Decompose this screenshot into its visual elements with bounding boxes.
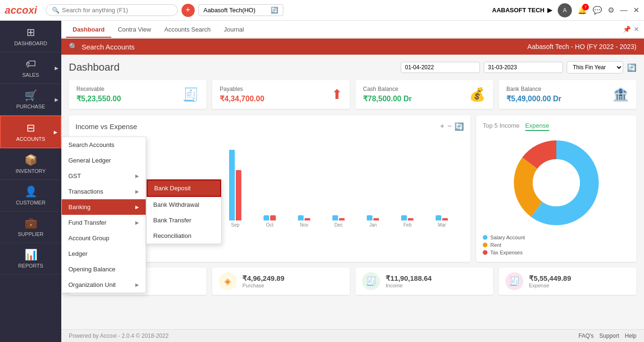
- notification-icon[interactable]: 🔔 7: [578, 6, 587, 15]
- supplier-icon: 💼: [25, 217, 37, 229]
- settings-icon[interactable]: ⚙: [608, 6, 614, 15]
- payables-card: Payables ₹4,34,700.00 ⬆: [212, 80, 350, 109]
- bar-group-aug: [183, 180, 218, 220]
- sidebar-item-purchase[interactable]: 🛒 PURCHASE ▶: [0, 84, 61, 115]
- menu-gst[interactable]: GST ▶: [62, 168, 146, 184]
- donut-legend: Salary Account Rent Tax Expenses: [483, 235, 630, 255]
- avatar[interactable]: A: [558, 3, 572, 17]
- sidebar-item-supplier[interactable]: 💼 SUPPLIER: [0, 212, 61, 243]
- expense-label: Expense: [529, 283, 571, 288]
- fin-year-select[interactable]: This Fin Year: [567, 61, 623, 73]
- date-to-input[interactable]: [484, 62, 563, 73]
- tab-close-icon[interactable]: ✕: [634, 25, 639, 33]
- close-icon[interactable]: ✕: [633, 6, 639, 15]
- powered-by: Powered by Accoxi - 2.0.4 © 2018-2022: [69, 333, 169, 339]
- menu-banking[interactable]: Banking ▶: [62, 199, 146, 215]
- bar-group-sep: [218, 150, 252, 220]
- chart-title-row: Income vs Expense + − 🔄: [75, 122, 464, 131]
- dashboard-content: Dashboard This Fin Year 🔄 Receivable ₹5,…: [61, 55, 644, 329]
- dashboard-refresh-icon[interactable]: 🔄: [627, 63, 636, 72]
- sidebar-item-dashboard[interactable]: ⊞ DASHBOARD: [0, 21, 61, 52]
- bank-balance-amount: ₹5,49,000.00 Dr: [506, 94, 561, 103]
- sidebar-item-customer[interactable]: 👤 CUSTOMER: [0, 180, 61, 212]
- tab-contra-view[interactable]: Contra View: [111, 22, 158, 38]
- donut-svg: [509, 136, 603, 230]
- sidebar-item-sales[interactable]: 🏷 SALES ▶: [0, 52, 61, 84]
- expense-summary: 🧾 ₹5,55,449.89 Expense: [499, 268, 636, 295]
- support-link[interactable]: Support: [599, 333, 619, 339]
- menu-fund-transfer[interactable]: Fund Transfer ▶: [62, 215, 146, 230]
- receivable-label: Receivable: [76, 86, 121, 92]
- cash-balance-amount: ₹78,500.00 Dr: [363, 94, 412, 103]
- receivable-icon: 🧾: [182, 87, 199, 102]
- donut-tab-expense[interactable]: Expense: [525, 122, 549, 131]
- legend-rent: Rent: [483, 242, 630, 248]
- refresh-icon[interactable]: 🔄: [271, 7, 278, 14]
- cash-icon: 💰: [469, 87, 486, 102]
- menu-search-accounts[interactable]: Search Accounts: [62, 137, 146, 153]
- chart-refresh-icon[interactable]: 🔄: [454, 122, 464, 131]
- reports-icon: 📊: [25, 249, 37, 261]
- income-bar-aug: [195, 180, 200, 220]
- footer: Powered by Accoxi - 2.0.4 © 2018-2022 FA…: [61, 329, 644, 342]
- summary-cards: Receivable ₹5,23,550.00 🧾 Payables ₹4,34…: [69, 80, 636, 109]
- menu-org-unit[interactable]: Organization Unit ▶: [62, 277, 146, 293]
- receivable-card: Receivable ₹5,23,550.00 🧾: [69, 80, 206, 109]
- svg-point-3: [533, 159, 580, 206]
- tab-accounts-search[interactable]: Accounts Search: [157, 22, 217, 38]
- bar-group-oct: [252, 215, 287, 220]
- salary-label: Salary Account: [490, 235, 525, 240]
- menu-account-group[interactable]: Account Group: [62, 230, 146, 246]
- donut-tab-income[interactable]: Top 5 Income: [483, 122, 520, 131]
- faq-link[interactable]: FAQ's: [578, 333, 594, 339]
- sidebar-item-accounts[interactable]: ⊟ ACCOUNTS ▶: [0, 115, 61, 148]
- add-button[interactable]: +: [182, 4, 195, 17]
- chart-label-nov: Nov: [287, 222, 322, 228]
- menu-transactions[interactable]: Transactions ▶: [62, 184, 146, 199]
- income-bar-feb: [401, 215, 407, 220]
- date-from-input[interactable]: [401, 62, 480, 73]
- sales-icon: 🏷: [25, 58, 36, 70]
- sidebar-item-reports[interactable]: 📊 REPORTS: [0, 243, 61, 275]
- menu-general-ledger[interactable]: General Ledger: [62, 153, 146, 168]
- minimize-icon[interactable]: —: [620, 6, 627, 15]
- expense-bar-nov: [305, 218, 310, 220]
- chart-add-icon[interactable]: +: [440, 122, 444, 131]
- global-search-bar[interactable]: 🔍: [46, 4, 178, 16]
- menu-ledger-label: Ledger: [68, 250, 87, 257]
- transactions-arrow-icon: ▶: [135, 189, 139, 194]
- dashboard-title-row: Dashboard This Fin Year 🔄: [69, 61, 636, 73]
- sidebar-item-inventory[interactable]: 📦 INVENTORY: [0, 148, 61, 180]
- tab-dashboard[interactable]: Dashboard: [66, 22, 111, 38]
- bar-group-jan: [356, 215, 390, 220]
- chart-minus-icon[interactable]: −: [447, 122, 452, 131]
- search-input[interactable]: [62, 7, 166, 14]
- tab-pin-icon[interactable]: 📌: [623, 25, 631, 33]
- chat-icon[interactable]: 💬: [593, 6, 602, 15]
- menu-opening-balance[interactable]: Opening Balance: [62, 261, 146, 277]
- chart-label-feb: Feb: [390, 222, 425, 228]
- help-link[interactable]: Help: [625, 333, 636, 339]
- purchase-icon: 🛒: [25, 90, 37, 102]
- menu-org-unit-label: Organization Unit: [68, 281, 116, 288]
- tax-dot: [483, 250, 487, 255]
- purchase-summary-icon: ◈: [219, 272, 237, 290]
- menu-ledger[interactable]: Ledger: [62, 246, 146, 261]
- accounts-icon: ⊟: [26, 122, 35, 134]
- header-title: 🔍 Search Accounts: [69, 42, 135, 51]
- org-selector[interactable]: Aabasoft Tech(HO) 🔄: [198, 4, 283, 16]
- sidebar-label-customer: CUSTOMER: [16, 200, 46, 205]
- payables-label: Payables: [220, 86, 264, 92]
- income-bar-jul: [160, 215, 166, 220]
- legend-tax: Tax Expenses: [483, 250, 630, 255]
- bank-balance-card: Bank Balance ₹5,49,000.00 Dr 🏦: [499, 80, 636, 109]
- expense-bar-dec: [339, 218, 345, 220]
- app-logo: accoxi: [5, 4, 37, 16]
- purchase-arrow-icon: ▶: [55, 97, 58, 102]
- income-bar-sep: [229, 150, 235, 220]
- chart-label-dec: Dec: [322, 222, 356, 228]
- cash-balance-card: Cash Balance ₹78,500.00 Dr 💰: [355, 80, 493, 109]
- chart-label-mar: Mar: [425, 222, 459, 228]
- expense-bar-jul: [167, 218, 173, 220]
- tab-journal[interactable]: Journal: [217, 22, 251, 38]
